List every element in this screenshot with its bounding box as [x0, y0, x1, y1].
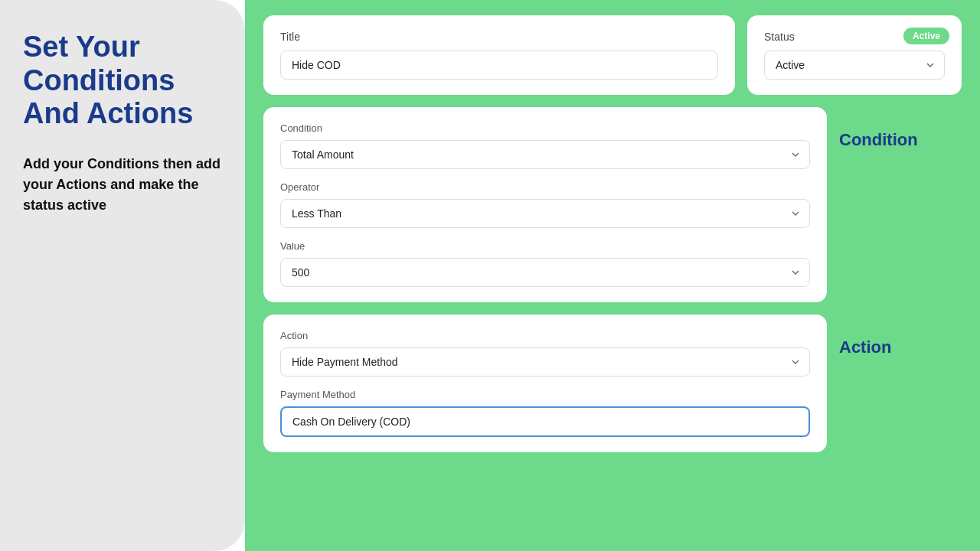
active-badge: Active — [903, 28, 949, 44]
title-input[interactable] — [280, 51, 718, 80]
title-label: Title — [280, 31, 718, 43]
status-card: Active Status Active Inactive — [747, 15, 962, 95]
action-card: Action Hide Payment Method Show Payment … — [263, 315, 827, 452]
bottom-section: Action Hide Payment Method Show Payment … — [263, 315, 962, 452]
sidebar-title: Set Your Conditions And Actions — [23, 31, 222, 131]
sidebar-description: Add your Conditions then add your Action… — [23, 154, 222, 216]
condition-card: Condition Total Amount Subtotal Quantity… — [263, 107, 827, 302]
sidebar: Set Your Conditions And Actions Add your… — [0, 0, 245, 551]
operator-field-label: Operator — [280, 181, 810, 193]
payment-method-input[interactable] — [280, 406, 810, 437]
condition-select[interactable]: Total Amount Subtotal Quantity — [280, 140, 810, 169]
top-row: Title Active Status Active Inactive — [263, 15, 962, 95]
value-group: Value 500 100 1000 — [280, 240, 810, 287]
condition-group: Condition Total Amount Subtotal Quantity — [280, 122, 810, 169]
value-field-label: Value — [280, 240, 810, 252]
action-group: Action Hide Payment Method Show Payment … — [280, 330, 810, 377]
operator-group: Operator Less Than Greater Than Equal To — [280, 181, 810, 228]
action-right-label: Action — [839, 315, 962, 357]
payment-method-field-label: Payment Method — [280, 389, 810, 400]
payment-method-group: Payment Method — [280, 389, 810, 437]
value-select[interactable]: 500 100 1000 — [280, 258, 810, 287]
action-select[interactable]: Hide Payment Method Show Payment Method — [280, 347, 810, 377]
condition-right-label: Condition — [839, 107, 962, 150]
condition-field-label: Condition — [280, 122, 810, 134]
action-field-label: Action — [280, 330, 810, 341]
status-select[interactable]: Active Inactive — [764, 51, 945, 80]
main-content: Title Active Status Active Inactive Cond… — [245, 0, 980, 551]
title-card: Title — [263, 15, 735, 95]
middle-section: Condition Total Amount Subtotal Quantity… — [263, 107, 962, 302]
operator-select[interactable]: Less Than Greater Than Equal To — [280, 199, 810, 228]
